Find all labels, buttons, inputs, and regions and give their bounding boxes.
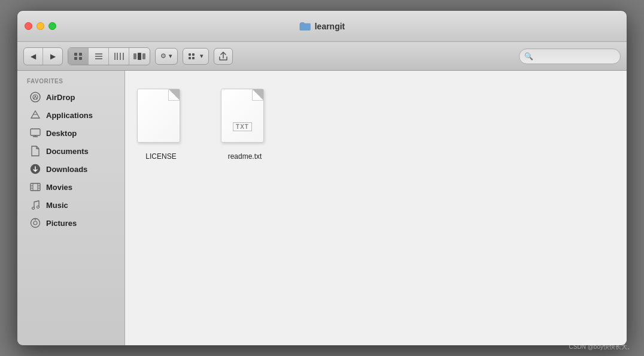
arrange-button[interactable]: ▾	[183, 48, 209, 65]
search-icon: 🔍	[524, 52, 533, 61]
action-dropdown-arrow: ▾	[169, 52, 172, 60]
arrange-icon	[188, 53, 198, 60]
svg-point-32	[32, 207, 35, 210]
sidebar-item-desktop[interactable]: Desktop	[20, 124, 122, 142]
music-icon	[29, 199, 41, 211]
airdrop-label: AirDrop	[46, 93, 75, 102]
title-bar: learngit	[17, 11, 627, 42]
file-area: LICENSE TXT readme.txt	[125, 71, 627, 345]
svg-point-18	[31, 92, 40, 102]
documents-label: Documents	[46, 147, 89, 156]
window-title: learngit	[315, 22, 345, 31]
downloads-label: Downloads	[46, 165, 87, 174]
coverflow-view-icon	[133, 52, 146, 61]
watermark: CSDN @boy快快长大。	[569, 343, 633, 351]
svg-rect-1	[79, 53, 82, 56]
finder-window: learngit ◀ ▶	[17, 10, 627, 346]
svg-rect-17	[192, 57, 195, 59]
column-view-button[interactable]	[109, 48, 129, 65]
svg-rect-25	[31, 183, 40, 191]
svg-rect-0	[74, 53, 77, 56]
movies-icon	[29, 181, 41, 193]
movies-label: Movies	[46, 183, 72, 192]
main-content: FAVORITES AirDrop	[17, 71, 627, 345]
action-button[interactable]: ⚙ ▾	[155, 48, 178, 65]
license-file-name: LICENSE	[145, 152, 176, 161]
maximize-button[interactable]	[48, 22, 56, 30]
downloads-icon	[29, 163, 41, 175]
sidebar-item-music[interactable]: Music	[20, 196, 122, 214]
music-label: Music	[46, 201, 68, 210]
coverflow-view-button[interactable]	[129, 48, 150, 65]
svg-rect-13	[142, 53, 145, 59]
share-button[interactable]	[214, 48, 233, 65]
svg-rect-21	[31, 129, 40, 135]
svg-rect-3	[79, 57, 82, 60]
sidebar-item-applications[interactable]: Applications	[20, 106, 122, 124]
favorites-header: FAVORITES	[17, 78, 124, 88]
column-view-icon	[114, 52, 124, 61]
icon-view-button[interactable]	[68, 48, 89, 65]
pictures-label: Pictures	[46, 219, 77, 228]
license-file-icon	[137, 89, 185, 149]
forward-button[interactable]: ▶	[43, 48, 62, 65]
title-area: learngit	[299, 22, 345, 31]
applications-label: Applications	[46, 111, 93, 120]
sidebar: FAVORITES AirDrop	[17, 71, 125, 345]
svg-rect-14	[189, 53, 191, 56]
toolbar: ◀ ▶	[17, 42, 627, 71]
folder-icon	[299, 22, 311, 31]
desktop-icon	[29, 127, 41, 139]
search-input[interactable]	[536, 52, 615, 61]
view-buttons	[68, 47, 150, 65]
documents-icon	[29, 145, 41, 157]
svg-rect-2	[74, 57, 77, 60]
desktop-label: Desktop	[46, 129, 77, 138]
file-item-readme[interactable]: TXT readme.txt	[221, 89, 269, 161]
svg-rect-16	[189, 57, 191, 59]
close-button[interactable]	[25, 22, 32, 30]
gear-icon: ⚙	[160, 52, 166, 60]
sidebar-item-pictures[interactable]: Pictures	[20, 214, 122, 232]
search-box[interactable]: 🔍	[519, 49, 621, 64]
txt-badge: TXT	[233, 122, 252, 131]
icon-view-icon	[74, 52, 83, 61]
arrange-dropdown-arrow: ▾	[200, 52, 203, 60]
share-icon	[219, 52, 227, 61]
file-item-license[interactable]: LICENSE	[137, 89, 185, 161]
svg-rect-11	[133, 53, 136, 59]
sidebar-item-movies[interactable]: Movies	[20, 178, 122, 196]
airdrop-icon	[29, 91, 41, 103]
traffic-lights	[25, 22, 56, 30]
pictures-icon	[29, 217, 41, 229]
readme-file-name: readme.txt	[228, 152, 262, 161]
svg-rect-12	[138, 53, 141, 60]
readme-file-icon: TXT	[221, 89, 269, 149]
applications-icon	[29, 109, 41, 121]
svg-rect-15	[192, 53, 195, 56]
svg-point-36	[35, 219, 36, 221]
sidebar-item-downloads[interactable]: Downloads	[20, 160, 122, 178]
list-view-icon	[94, 52, 104, 61]
nav-buttons: ◀ ▶	[23, 47, 63, 65]
svg-point-33	[37, 206, 40, 209]
sidebar-item-documents[interactable]: Documents	[20, 142, 122, 160]
back-button[interactable]: ◀	[24, 48, 43, 65]
minimize-button[interactable]	[37, 22, 44, 30]
svg-point-35	[34, 221, 37, 225]
list-view-button[interactable]	[89, 48, 109, 65]
sidebar-item-airdrop[interactable]: AirDrop	[20, 88, 122, 106]
